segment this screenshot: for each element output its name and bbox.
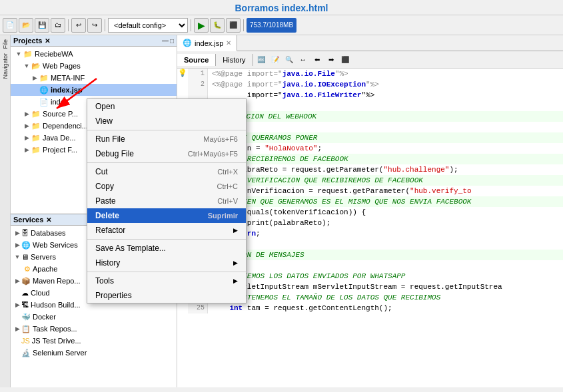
tree-expand-arrow[interactable]: ▶ [23, 134, 31, 141]
menu-shortcut: Mayús+F6 [203, 135, 238, 143]
tab-indexjsp[interactable]: 🌐 index.jsp ✕ [177, 35, 237, 51]
menu-item-debug-file[interactable]: Debug File Ctrl+Mayús+F5 [87, 146, 246, 161]
menu-label: Cut [95, 167, 108, 176]
menu-label: Refactor [95, 226, 125, 235]
folder-icon: 📂 [31, 61, 41, 71]
toolbar-btn-open[interactable]: 📂 [19, 18, 33, 33]
editor-btn-2[interactable]: 📝 [269, 53, 282, 67]
projects-maximize-icon[interactable]: □ [170, 37, 174, 45]
svc-icon-ws: 🌐 [21, 241, 31, 250]
menu-item-cut[interactable]: Cut Ctrl+X [87, 164, 246, 179]
menu-label: Delete [95, 211, 119, 220]
editor-btn-6[interactable]: ➡ [324, 53, 338, 67]
tree-expand-arrow[interactable]: ▶ [23, 146, 31, 153]
sep1 [68, 19, 69, 31]
toolbar-btn-new[interactable]: 📄 [3, 18, 17, 33]
app-title: Borramos index.html [235, 3, 328, 13]
menu-sep-4 [87, 272, 246, 272]
tree-item-webpages[interactable]: ▼ 📂 Web Pages [11, 60, 177, 72]
tree-label: ReciebeWA [35, 50, 73, 58]
menu-item-view[interactable]: View [87, 114, 246, 128]
editor-btn-5[interactable]: ⬅ [310, 53, 324, 67]
menu-item-copy[interactable]: Copy Ctrl+C [87, 179, 246, 194]
line-content: VERIFICACION DEL WEBHOOK [207, 111, 563, 122]
menu-shortcut: Ctrl+C [217, 182, 238, 190]
line-content: I EL TOKEN QUE GENERAMOS ES EL MISMO QUE… [208, 196, 475, 207]
tab-label: index.jsp [195, 39, 223, 47]
menu-item-tools[interactable]: Tools [87, 274, 246, 288]
editor-btn-1[interactable]: 🔤 [255, 53, 268, 67]
editor-btn-3[interactable]: 🔍 [282, 53, 296, 67]
menu-item-open[interactable]: Open [87, 99, 246, 114]
tree-label: Source P... [43, 110, 78, 118]
side-icon-navigator[interactable]: Navigator [2, 52, 9, 81]
svc-icon-server: 🖥 [21, 253, 29, 261]
menu-item-refactor[interactable]: Refactor [87, 223, 246, 238]
projects-close-icon[interactable]: ✕ [45, 37, 50, 45]
svc-label: Apache [33, 265, 57, 273]
tree-expand-arrow[interactable]: ▼ [23, 63, 31, 69]
svc-item-docker[interactable]: 🐳 Docker [11, 311, 177, 323]
menu-item-save-as-template[interactable]: Save As Template... [87, 241, 246, 256]
svc-item-taskrepositories[interactable]: ▶ 📋 Task Repos... [11, 323, 177, 335]
menu-label: Open [95, 102, 115, 111]
menu-shortcut: Ctrl+V [217, 197, 238, 205]
tab-icon: 🌐 [183, 39, 192, 47]
menu-item-properties[interactable]: Properties [87, 288, 246, 303]
sep2 [105, 19, 105, 31]
line-content: ServletInputStream mServletInputStream =… [208, 282, 506, 292]
menu-shortcut: Ctrl+X [217, 168, 238, 176]
toolbar-btn-undo[interactable]: ↩ [71, 18, 86, 33]
tree-item-metainf[interactable]: ▶ 📁 META-INF [11, 72, 177, 84]
tree-label: Java De... [43, 134, 76, 142]
sub-tab-history[interactable]: History [216, 54, 253, 66]
line-num: 25 [188, 303, 208, 313]
tree-label: index.jsp [51, 86, 83, 94]
tree-expand-arrow[interactable]: ▶ [31, 75, 39, 81]
toolbar-btn-save-all[interactable]: 🗂 [51, 18, 65, 33]
code-line-25: 25 int tam = request.getContentLength(); [177, 303, 563, 313]
tree-expand-arrow[interactable]: ▼ [15, 51, 23, 57]
editor-btn-4[interactable]: ↔ [296, 53, 310, 67]
config-dropdown[interactable]: <default config> [108, 18, 188, 33]
menu-item-run-file[interactable]: Run File Mayús+F6 [87, 132, 246, 146]
toolbar-btn-run[interactable]: ▶ [194, 18, 209, 33]
svc-label: Task Repos... [33, 325, 77, 333]
tree-expand-arrow[interactable]: ▶ [23, 110, 31, 117]
projects-minimize-icon[interactable]: — [162, 37, 169, 45]
toolbar-btn-redo[interactable]: ↪ [87, 18, 102, 33]
tree-item-indexjsp[interactable]: 🌐 index.jsp [11, 84, 177, 96]
svc-item-selenium[interactable]: 🔬 Selenium Server [11, 347, 177, 359]
svc-item-jstestdriver[interactable]: JS JS Test Drive... [11, 335, 177, 347]
folder-icon: 📁 [31, 133, 41, 142]
folder-icon: 📁 [31, 109, 41, 118]
toolbar-btn-save[interactable]: 💾 [35, 18, 49, 33]
line-content: ing tokenVerificacion = request.getParam… [208, 186, 475, 196]
toolbar-btn-debug[interactable]: 🐛 [210, 18, 225, 33]
sub-tab-source[interactable]: Source [177, 54, 216, 66]
side-icon-file[interactable]: File [2, 38, 9, 51]
tree-item-recibeWA[interactable]: ▼ 📁 ReciebeWA [11, 48, 177, 60]
svc-icon-db: 🗄 [21, 229, 29, 237]
code-line-2: 2 <%@page import="java.io.IOException"%> [177, 79, 563, 90]
menu-item-history[interactable]: History [87, 256, 246, 270]
menu-item-delete[interactable]: Delete Suprimir [87, 208, 246, 223]
menu-item-paste[interactable]: Paste Ctrl+V [87, 194, 246, 208]
toolbar-btn-stop[interactable]: ⬛ [226, 18, 241, 33]
editor-btn-stop[interactable]: ⬛ [338, 53, 352, 67]
main-layout: File Navigator Projects ✕ — □ ▼ [0, 35, 563, 387]
gutter-empty [177, 303, 188, 313]
tree-arrow: ▶ [13, 242, 21, 248]
services-close-icon[interactable]: ✕ [46, 216, 51, 224]
context-menu: Open View Run File Mayús+F6 Debug File C… [87, 98, 247, 303]
projects-header-icons: — □ [162, 37, 174, 45]
tree-expand-arrow[interactable]: ▶ [23, 122, 31, 129]
memory-badge: 753.7/1018MB [247, 18, 296, 33]
tree-label: META-INF [51, 74, 85, 82]
folder-icon: 📁 [31, 145, 41, 154]
svc-icon-cloud: ☁ [21, 289, 29, 297]
tree-label: Dependenci... [43, 122, 88, 130]
menu-label: Debug File [95, 149, 134, 158]
tab-close-icon[interactable]: ✕ [226, 39, 231, 47]
svc-label: Docker [33, 313, 56, 321]
